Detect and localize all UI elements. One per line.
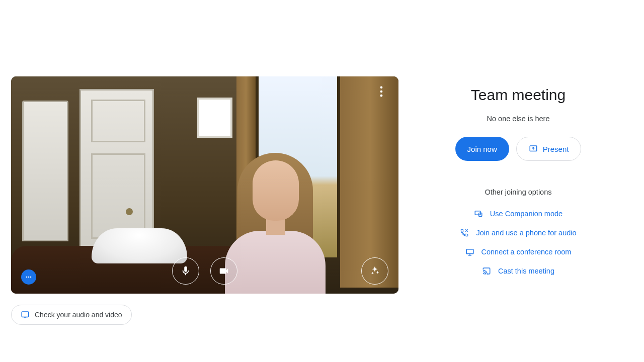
meeting-room-icon [465,247,474,256]
visual-effects-button[interactable] [361,257,388,285]
companion-mode-link[interactable]: Use Companion mode [474,209,562,218]
svg-point-1 [380,90,383,93]
cast-icon [482,266,491,276]
camera-toggle[interactable] [210,257,237,285]
video-preview [11,76,398,294]
microphone-toggle[interactable] [172,257,199,285]
svg-point-5 [30,277,32,278]
svg-point-0 [380,86,383,89]
svg-point-3 [26,277,28,278]
right-pane: Team meeting No one else is here Join no… [413,0,644,362]
prejoin-container: Check your audio and video Team meeting … [0,0,644,362]
present-button[interactable]: Present [516,137,582,161]
join-now-button[interactable]: Join now [455,137,509,161]
other-options-list: Use Companion mode Join and use a phone … [460,209,576,276]
phone-icon [460,228,469,237]
cast-meeting-link[interactable]: Cast this meeting [482,266,554,276]
svg-point-2 [380,95,383,97]
check-audio-video-label: Check your audio and video [35,311,122,319]
presence-text: No one else is here [487,115,550,123]
check-audio-video-button[interactable]: Check your audio and video [11,305,132,325]
left-pane: Check your audio and video [0,0,413,362]
svg-point-4 [28,277,30,278]
conference-room-label: Connect a conference room [481,248,572,256]
preview-controls [172,257,237,285]
join-now-label: Join now [467,145,497,153]
more-options-button[interactable] [374,84,388,99]
meeting-title: Team meeting [471,86,566,104]
svg-rect-10 [466,249,473,254]
sparkle-icon [369,265,380,277]
microphone-icon [180,265,191,277]
svg-rect-6 [22,312,29,317]
background-options-button[interactable] [21,269,36,285]
camera-icon [218,265,229,277]
present-label: Present [543,145,569,153]
more-vert-icon [374,84,388,99]
companion-icon [474,209,483,218]
dots-horizontal-icon [25,273,33,281]
phone-audio-label: Join and use a phone for audio [476,229,576,237]
join-buttons: Join now Present [455,137,582,161]
conference-room-link[interactable]: Connect a conference room [465,247,572,256]
cast-meeting-label: Cast this meeting [498,267,554,275]
companion-mode-label: Use Companion mode [490,210,562,218]
other-options-heading: Other joining options [485,188,552,196]
tune-icon [21,310,30,319]
present-icon [529,144,538,153]
phone-audio-link[interactable]: Join and use a phone for audio [460,228,576,237]
